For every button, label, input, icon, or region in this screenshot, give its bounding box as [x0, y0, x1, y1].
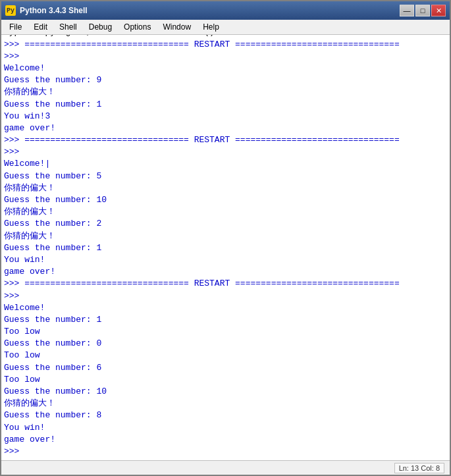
- shell-line: Guess the number: 0: [4, 338, 447, 350]
- shell-line: >>> ================================ RES…: [4, 278, 447, 290]
- shell-line: Guess the number: 1: [4, 242, 447, 254]
- status-bar: Ln: 13 Col: 8: [1, 460, 450, 475]
- shell-line: Welcome!: [4, 302, 447, 314]
- shell-line: Too low: [4, 374, 447, 386]
- shell-line: >>>: [4, 290, 447, 302]
- shell-line: Guess the number: 5: [4, 171, 447, 182]
- shell-line: Guess the number: 6: [4, 362, 447, 374]
- shell-line: game over!: [4, 266, 447, 278]
- menu-file[interactable]: File: [4, 21, 27, 33]
- shell-line: Guess the number: 2: [4, 218, 447, 230]
- menu-window[interactable]: Window: [157, 21, 196, 33]
- shell-line: Guess the number: 8: [4, 410, 447, 421]
- python-shell-window: Py Python 3.4.3 Shell — □ ✕ File Edit Sh…: [0, 0, 451, 476]
- shell-line: Guess the number: 1: [4, 314, 447, 326]
- shell-line: You win!: [4, 422, 447, 434]
- shell-line: You win!: [4, 254, 447, 266]
- menu-debug[interactable]: Debug: [84, 21, 117, 33]
- shell-line: You win!3: [4, 111, 447, 122]
- shell-line: 你猜的偏大！: [4, 86, 447, 98]
- menu-help[interactable]: Help: [198, 21, 225, 33]
- app-icon: Py: [5, 5, 16, 16]
- cursor-position: Ln: 13 Col: 8: [394, 463, 444, 473]
- menu-options[interactable]: Options: [119, 21, 156, 33]
- menu-shell[interactable]: Shell: [54, 21, 82, 33]
- shell-line: Guess the number: 10: [4, 194, 447, 206]
- shell-line: Welcome!|: [4, 158, 447, 170]
- shell-line: Guess the number: 10: [4, 386, 447, 398]
- shell-line: 你猜的偏大！: [4, 206, 447, 218]
- shell-line: 你猜的偏大！: [4, 230, 447, 242]
- shell-line: Guess the number: 1: [4, 99, 447, 111]
- menu-edit[interactable]: Edit: [28, 21, 53, 33]
- shell-line: Too low: [4, 350, 447, 361]
- window-title: Python 3.4.3 Shell: [20, 6, 88, 15]
- window-controls: — □ ✕: [400, 5, 446, 16]
- title-bar: Py Python 3.4.3 Shell — □ ✕: [1, 1, 450, 20]
- shell-line: >>> ================================ RES…: [4, 39, 447, 51]
- shell-line: 你猜的偏大！: [4, 398, 447, 410]
- shell-line: game over!: [4, 122, 447, 134]
- shell-line: >>> ================================ RES…: [4, 134, 447, 146]
- title-bar-left: Py Python 3.4.3 Shell: [5, 5, 88, 16]
- shell-line: game over!: [4, 434, 447, 446]
- shell-line: Welcome!: [4, 63, 447, 74]
- shell-line: Guess the number: 9: [4, 74, 447, 86]
- shell-output[interactable]: Python 3.4.3 (v3.4.3:9b73f1c3e601, Feb 2…: [1, 35, 450, 460]
- shell-line: >>>: [4, 51, 447, 63]
- menu-bar: File Edit Shell Debug Options Window Hel…: [1, 20, 450, 35]
- minimize-button[interactable]: —: [400, 5, 414, 16]
- close-button[interactable]: ✕: [431, 5, 446, 16]
- maximize-button[interactable]: □: [415, 5, 430, 16]
- shell-line: 你猜的偏大！: [4, 182, 447, 194]
- shell-line: >>>: [4, 446, 447, 458]
- shell-line: >>>: [4, 146, 447, 158]
- shell-line: Too low: [4, 326, 447, 338]
